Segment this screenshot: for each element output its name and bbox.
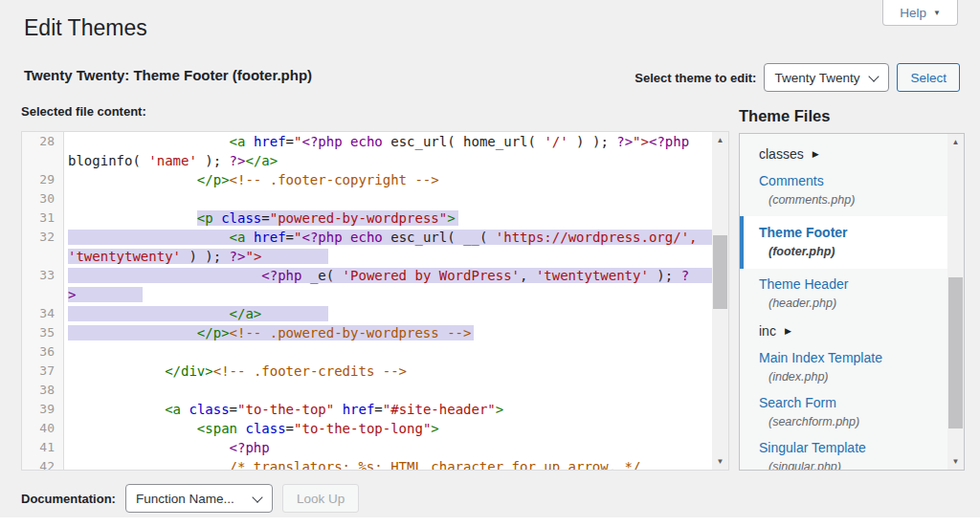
line-number: 29 [22, 170, 64, 189]
file-link[interactable]: Search Form [759, 395, 947, 411]
code-text[interactable]: <p class="powered-by-wordpress"> [64, 209, 713, 228]
selection-highlight: <?php _e( 'Powered by WordPress', 'twent… [68, 268, 729, 302]
file-link[interactable]: Theme Footer [759, 225, 947, 241]
theme-files-items: classes▶Comments(comments.php)Theme Foot… [740, 134, 947, 471]
documentation-dropdown-value: Function Name... [136, 492, 234, 506]
file-name: (header.php) [759, 296, 947, 310]
file-link[interactable]: Main Index Template [759, 350, 947, 366]
line-number: 33 [22, 266, 64, 304]
code-lines: 28 <a href="<?php echo esc_url( home_url… [22, 132, 713, 471]
code-text[interactable] [64, 342, 713, 362]
selected-file-content-label: Selected file content: [21, 104, 146, 119]
code-line: 33 <?php _e( 'Powered by WordPress', 'tw… [22, 266, 713, 304]
theme-editor-page: Help ▼ Edit Themes Twenty Twenty: Theme … [0, 0, 980, 527]
line-number: 30 [22, 189, 64, 209]
code-text[interactable]: <a href="<?php echo esc_url( __( 'https:… [64, 228, 713, 266]
code-line: 42 /* translators: %s: HTML character fo… [22, 457, 713, 471]
help-button[interactable]: Help ▼ [882, 0, 958, 26]
code-line: 28 <a href="<?php echo esc_url( home_url… [22, 132, 713, 170]
code-editor[interactable]: 28 <a href="<?php echo esc_url( home_url… [21, 131, 729, 471]
file-name: (singular.php) [759, 460, 947, 471]
scroll-up-icon[interactable]: ▲ [712, 132, 728, 148]
select-theme-button[interactable]: Select [897, 63, 960, 92]
file-name: (footer.php) [759, 245, 947, 258]
code-line: 30 [22, 189, 713, 209]
lookup-button[interactable]: Look Up [282, 484, 359, 513]
code-text[interactable]: /* translators: %s: HTML character for u… [64, 457, 713, 471]
help-button-label: Help [900, 6, 926, 20]
line-number: 37 [22, 362, 64, 381]
code-text[interactable]: <a href="<?php echo esc_url( home_url( '… [64, 132, 713, 170]
folder-item-inc[interactable]: inc▶ [740, 317, 947, 345]
file-item-footer.php[interactable]: Theme Footer(footer.php) [740, 216, 947, 269]
line-number: 34 [22, 304, 64, 323]
selection-highlight: </p><!-- .powered-by-wordpress --> [68, 325, 474, 340]
file-item-singular.php[interactable]: Singular Template(singular.php) [740, 435, 947, 471]
documentation-row: Documentation: Function Name... Look Up [21, 484, 359, 513]
code-text[interactable]: <a class="to-the-top" href="#site-header… [64, 400, 713, 419]
file-name: (searchform.php) [759, 415, 947, 428]
code-text[interactable]: </p><!-- .footer-copyright --> [64, 170, 713, 189]
line-number: 42 [22, 457, 64, 471]
file-item-index.php[interactable]: Main Index Template(index.php) [740, 345, 947, 390]
file-name: (index.php) [759, 370, 947, 384]
line-number: 28 [22, 132, 64, 170]
file-link[interactable]: Comments [759, 173, 947, 189]
theme-select-value: Twenty Twenty [774, 71, 859, 85]
code-line: 38 [22, 381, 713, 400]
code-text[interactable]: <?php [64, 438, 713, 457]
selection-highlight: <p class="powered-by-wordpress"> [197, 210, 458, 226]
file-item-comments.php[interactable]: Comments(comments.php) [740, 168, 947, 213]
code-line: 31 <p class="powered-by-wordpress"> [22, 209, 713, 228]
filelist-scrollbar[interactable]: ▲ ▼ [947, 134, 964, 470]
theme-files-list: classes▶Comments(comments.php)Theme Foot… [739, 133, 965, 471]
scroll-down-icon[interactable]: ▼ [712, 453, 728, 470]
selection-highlight: </a> [68, 306, 328, 321]
line-number: 40 [22, 419, 64, 438]
file-subtitle: Twenty Twenty: Theme Footer (footer.php) [24, 67, 312, 83]
scroll-up-icon[interactable]: ▲ [947, 134, 964, 150]
selection-highlight: <a href="<?php echo esc_url( __( 'https:… [68, 230, 729, 264]
folder-label: inc [759, 323, 776, 339]
code-text[interactable]: </p><!-- .powered-by-wordpress --> [64, 323, 713, 342]
file-name: (comments.php) [759, 193, 947, 207]
file-link[interactable]: Theme Header [759, 276, 947, 293]
filelist-scrollbar-thumb[interactable] [948, 277, 963, 428]
theme-select-dropdown[interactable]: Twenty Twenty [764, 63, 889, 92]
editor-scrollbar-thumb[interactable] [713, 235, 727, 309]
editor-scrollbar[interactable]: ▲ ▼ [712, 132, 728, 470]
code-line: 32 <a href="<?php echo esc_url( __( 'htt… [22, 228, 713, 266]
code-text[interactable]: </a> [64, 304, 713, 323]
code-text[interactable] [64, 189, 713, 209]
triangle-right-icon: ▶ [785, 326, 791, 336]
file-item-searchform.php[interactable]: Search Form(searchform.php) [740, 390, 947, 435]
code-line: 40 <span class="to-the-top-long"> [22, 419, 713, 438]
folder-item-classes[interactable]: classes▶ [740, 140, 947, 168]
line-number: 38 [22, 381, 64, 400]
line-number: 41 [22, 438, 64, 457]
footer-strip [0, 517, 980, 527]
chevron-down-icon [252, 492, 262, 502]
code-text[interactable]: <?php _e( 'Powered by WordPress', 'twent… [64, 266, 713, 304]
line-number: 32 [22, 228, 64, 266]
select-theme-label: Select theme to edit: [635, 71, 756, 85]
theme-select-group: Select theme to edit: Twenty Twenty Sele… [635, 63, 960, 92]
scroll-down-icon[interactable]: ▼ [947, 453, 964, 470]
line-number: 35 [22, 323, 64, 342]
code-text[interactable]: </div><!-- .footer-credits --> [64, 362, 713, 381]
page-title: Edit Themes [24, 15, 147, 41]
line-number: 39 [22, 400, 64, 419]
code-line: 34 </a> [22, 304, 713, 323]
code-line: 41 <?php [22, 438, 713, 457]
code-text[interactable]: <span class="to-the-top-long"> [64, 419, 713, 438]
folder-label: classes [759, 146, 804, 162]
documentation-dropdown[interactable]: Function Name... [125, 484, 273, 513]
file-link[interactable]: Singular Template [759, 440, 947, 456]
file-item-header.php[interactable]: Theme Header(header.php) [740, 272, 947, 317]
code-line: 36 [22, 342, 713, 362]
chevron-down-icon [869, 71, 880, 81]
code-text[interactable] [64, 381, 713, 400]
triangle-right-icon: ▶ [813, 149, 819, 159]
theme-files-title: Theme Files [739, 107, 830, 125]
code-line: 37 </div><!-- .footer-credits --> [22, 362, 713, 381]
